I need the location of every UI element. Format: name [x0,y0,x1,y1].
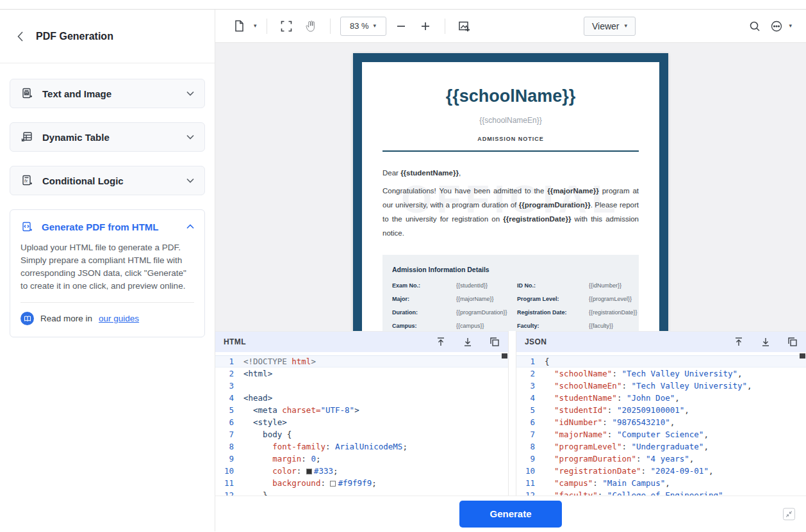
collapse-panel-icon[interactable] [783,508,795,520]
code-line[interactable]: 9 "programDuration": "4 years", [516,453,806,465]
chevron-down-icon [186,134,194,140]
code-line[interactable]: 9 margin: 0; [215,453,508,465]
info-value: {{programLevel}} [589,296,637,302]
code-line[interactable]: 11 "campus": "Main Campus", [516,477,806,489]
line-number: 12 [516,489,545,496]
viewer-mode-dropdown[interactable]: Viewer ▾ [584,17,636,36]
code-line[interactable]: 4 "studentName": "John Doe", [516,392,806,404]
code-line[interactable]: 8 font-family: ArialUnicodeMS; [215,440,508,453]
code-editors-row: HTML [215,331,806,496]
our-guides-link[interactable]: our guides [99,314,139,323]
sidebar-item-conditional-logic[interactable]: fx Conditional Logic [10,166,205,195]
app-root: PDF Generation Text and Image [0,0,806,532]
text-image-icon [21,87,33,100]
code-line[interactable]: 12 } [215,489,508,496]
code-line[interactable]: 5 <meta charset="UTF-8"> [215,404,508,416]
html-code-area[interactable]: 1<!DOCTYPE html>2<html>34<head>5 <meta c… [215,352,508,496]
zoom-out-icon[interactable] [391,17,411,36]
upload-icon[interactable] [436,337,446,347]
info-label: Registration Date: [517,309,589,316]
html-code-icon [21,220,33,233]
download-icon[interactable] [761,337,771,347]
line-number: 6 [215,416,243,428]
watermark-text: OFFICIAL [401,176,620,222]
sidebar-item-generate-pdf-from-html: Generate PDF from HTML Upload your HTML … [10,209,205,337]
template-school-name: {{schoolName}} [382,86,639,106]
html-editor-title: HTML [224,337,419,346]
line-number: 7 [516,428,545,440]
json-editor-title: JSON [525,337,717,346]
admission-notice-heading: ADMISSION NOTICE [382,136,639,142]
info-value: {{studentId}} [456,282,517,289]
expanded-item-title: Generate PDF from HTML [42,222,178,232]
code-line[interactable]: 6 "idNumber": "9876543210", [516,416,806,428]
code-line[interactable]: 10 "registrationDate": "2024-09-01", [516,465,806,477]
main-content: ▾ 83 % ▾ [215,10,806,531]
line-number: 8 [215,440,243,453]
pdf-preview-page: OFFICIAL {{schoolName}} {{schoolNameEn}}… [353,53,668,331]
info-label: Duration: [392,309,456,316]
json-editor-scrollbar[interactable] [800,353,805,359]
code-line[interactable]: 8 "programLevel": "Undergraduate", [516,440,806,453]
code-line[interactable]: 10 color: #333; [215,465,508,477]
fit-to-window-icon[interactable] [277,17,296,36]
viewer-mode-label: Viewer [592,21,620,31]
line-number: 5 [516,404,545,416]
page-thumbnail-icon[interactable] [229,17,249,36]
viewer-toolbar: ▾ 83 % ▾ [215,10,806,43]
line-number: 4 [215,392,243,404]
zoom-in-icon[interactable] [416,17,435,36]
generate-button[interactable]: Generate [459,501,562,528]
code-line[interactable]: 12 "faculty": "College of Engineering", [516,489,806,496]
code-line[interactable]: 11 background: #f9f9f9; [215,477,508,489]
code-line[interactable]: 2<html> [215,367,508,380]
hand-pan-icon[interactable] [301,17,320,36]
more-options-caret-icon[interactable]: ▾ [789,23,792,29]
page-menu-caret-icon[interactable]: ▾ [254,23,257,29]
search-icon[interactable] [745,17,764,36]
copy-icon[interactable] [489,337,500,347]
code-line[interactable]: 6 <style> [215,416,508,428]
html-editor-header: HTML [215,332,508,352]
back-chevron-button[interactable] [13,29,27,44]
line-number: 9 [516,453,545,465]
info-label: Faculty: [517,323,589,329]
line-number: 9 [215,453,243,465]
code-line[interactable]: 3 "schoolNameEn": "Tech Valley Universit… [516,380,806,392]
line-number: 1 [215,355,243,367]
line-number: 11 [516,477,545,489]
info-label: Program Level: [517,296,589,302]
zoom-level-dropdown[interactable]: 83 % ▾ [340,17,386,36]
download-icon[interactable] [463,337,473,347]
line-number: 5 [215,404,243,416]
crop-image-icon[interactable] [455,17,474,36]
caret-down-icon: ▾ [374,23,377,29]
code-line[interactable]: 1{ [516,355,806,367]
divider [382,150,639,152]
code-line[interactable]: 7 body { [215,428,508,440]
code-line[interactable]: 7 "majorName": "Computer Science", [516,428,806,440]
code-line[interactable]: 3 [215,380,508,392]
zoom-level-value: 83 % [350,21,369,31]
line-number: 3 [215,380,243,392]
copy-icon[interactable] [787,337,798,347]
info-value: {{programDuration}} [456,309,517,316]
page-title: PDF Generation [36,31,113,42]
more-options-icon[interactable] [767,17,786,36]
upload-icon[interactable] [734,337,744,347]
code-line[interactable]: 4<head> [215,392,508,404]
sidebar-item-text-and-image[interactable]: Text and Image [10,79,205,108]
expanded-item-header[interactable]: Generate PDF from HTML [21,220,194,233]
pdf-viewer-canvas[interactable]: OFFICIAL {{schoolName}} {{schoolNameEn}}… [215,43,806,331]
code-line[interactable]: 1<!DOCTYPE html> [215,355,508,367]
info-value: {{faculty}} [589,323,637,329]
code-line[interactable]: 2 "schoolName": "Tech Valley University"… [516,367,806,380]
json-code-area[interactable]: 1{2 "schoolName": "Tech Valley Universit… [516,352,806,496]
html-editor-scrollbar[interactable] [502,353,507,359]
sidebar-item-dynamic-table[interactable]: Dynamic Table [10,122,205,152]
sidebar-item-label: Dynamic Table [42,132,177,143]
template-school-name-en: {{schoolNameEn}} [382,116,639,125]
chevron-down-icon [186,178,194,183]
code-line[interactable]: 5 "studentId": "202509100001", [516,404,806,416]
json-editor-header: JSON [516,332,806,352]
